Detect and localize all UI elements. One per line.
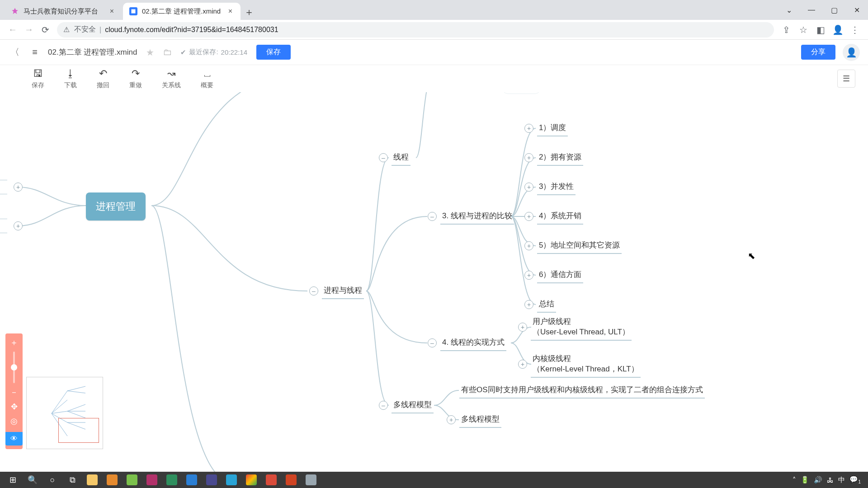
network-icon[interactable]: 🖧 [827,476,834,484]
intellij-icon[interactable] [142,472,162,488]
cortana-icon[interactable]: ○ [42,472,62,488]
expand-icon[interactable]: + [524,271,533,280]
zoom-in-icon[interactable]: ＋ [9,337,19,348]
volume-icon[interactable]: 🔊 [814,476,822,484]
zoom-slider[interactable] [13,352,15,383]
save-button[interactable]: 保存 [256,45,291,60]
node-multimodel-desc[interactable]: 有些OS同时支持用户级线程和内核级线程，实现了二者的组合连接方式 [459,384,705,399]
back-icon[interactable]: 〈 [8,46,22,59]
node-compare-1[interactable]: 1）调度 [537,122,568,136]
expand-icon[interactable]: + [447,415,456,424]
powerpoint-icon[interactable] [281,472,301,488]
tool-download[interactable]: ⭳下载 [64,68,77,89]
node-thread[interactable]: 线程 [392,151,410,166]
mindmap-canvas[interactable]: + + 进程管理 – 进程与线程 – 线程 – 3. 线程与进程的比较 + 1）… [0,92,868,472]
zoom-out-icon[interactable]: － [9,387,19,398]
folder-icon[interactable]: 🗀 [160,46,174,59]
node-compare-4[interactable]: 4）系统开销 [537,210,583,225]
app-icon[interactable] [301,472,321,488]
notifications-icon[interactable]: 💬1 [849,475,861,484]
minimap-toggle-icon[interactable]: 👁 [5,432,23,446]
expand-icon[interactable]: + [518,323,527,332]
node-multimodel-sub[interactable]: 多线程模型 [459,413,501,428]
bookmark-icon[interactable]: ☆ [795,21,812,38]
close-icon[interactable]: × [108,7,116,15]
file-name[interactable]: 02.第二章 进程管理.xmind [48,47,137,57]
avatar-icon[interactable]: 👤 [843,44,860,61]
collapsed-left-node[interactable] [0,180,7,194]
minimap-viewport[interactable] [58,418,99,443]
collapsed-left-node[interactable] [0,219,7,233]
node-impl[interactable]: 4. 线程的实现方式 [440,336,506,351]
node-impl-ult[interactable]: 用户级线程 （User-Level Thread, ULT） [531,315,632,341]
back-icon[interactable]: ← [5,22,21,38]
expand-icon[interactable]: + [524,241,533,250]
star-icon[interactable]: ★ [146,47,154,58]
node-proc-thread[interactable]: 进程与线程 [322,284,364,299]
kebab-icon[interactable]: ⋮ [846,21,863,38]
tray-chevron-icon[interactable]: ˄ [793,476,796,484]
node-compare-3[interactable]: 3）并发性 [537,180,576,195]
vscode-icon[interactable] [182,472,202,488]
app-icon[interactable] [102,472,122,488]
node-multimodel[interactable]: 多线程模型 [392,399,434,413]
zoom-thumb[interactable] [11,364,17,371]
tool-save[interactable]: 🖫保存 [32,68,44,89]
node-compare-7[interactable]: 总结 [537,298,556,313]
collapse-icon[interactable]: – [309,286,318,296]
node-compare-5[interactable]: 5）地址空间和其它资源 [537,239,622,254]
menu-icon[interactable]: ≡ [28,46,42,59]
pycharm-icon[interactable] [162,472,182,488]
browser-tab-1[interactable]: 02.第二章 进程管理.xmind × [123,3,241,20]
tool-summary[interactable]: ⎵概要 [201,68,213,89]
collapse-icon[interactable]: – [379,401,388,410]
forward-icon[interactable]: → [21,22,37,38]
explorer-icon[interactable] [82,472,102,488]
app-icon[interactable] [261,472,281,488]
outline-panel-icon[interactable]: ☰ [837,70,855,88]
share-page-icon[interactable]: ⇪ [778,21,795,38]
node-compare[interactable]: 3. 线程与进程的比较 [440,210,514,225]
new-tab-button[interactable]: ＋ [241,5,257,20]
share-button[interactable]: 分享 [801,45,835,60]
expand-icon[interactable]: + [14,183,23,192]
close-icon[interactable]: × [226,7,234,15]
taskview-icon[interactable]: ⧉ [62,472,82,488]
edge-icon[interactable] [222,472,241,488]
close-window-icon[interactable]: ✕ [845,0,868,20]
battery-icon[interactable]: 🔋 [801,476,809,484]
node-impl-klt[interactable]: 内核级线程 （Kernel-Level Thread，KLT） [531,352,641,378]
expand-icon[interactable]: + [524,153,533,162]
expand-icon[interactable]: + [14,221,23,230]
start-icon[interactable]: ⊞ [3,472,23,488]
collapse-icon[interactable]: – [379,153,388,162]
locate-icon[interactable]: ◎ [9,416,19,427]
expand-icon[interactable]: + [518,360,527,369]
tool-relation[interactable]: ↝关系线 [162,68,181,89]
move-icon[interactable]: ✥ [9,401,19,412]
reload-icon[interactable]: ⟳ [37,22,53,38]
minimap[interactable] [26,377,103,449]
tool-undo[interactable]: ↶撤回 [97,68,109,89]
expand-icon[interactable]: + [524,124,533,133]
url-field[interactable]: ⚠ 不安全 | cloud.fynote.com/edit?nid=37195&… [57,22,774,38]
expand-icon[interactable]: + [524,300,533,309]
node-compare-6[interactable]: 6）通信方面 [537,268,583,283]
eclipse-icon[interactable] [202,472,222,488]
browser-tab-0[interactable]: 马士兵教育知识分享平台 × [5,3,122,20]
chrome-icon[interactable] [241,472,261,488]
expand-icon[interactable]: + [524,212,533,221]
collapse-icon[interactable]: – [428,212,437,221]
tabs-dropdown-icon[interactable]: ⌄ [778,0,800,20]
tool-redo[interactable]: ↷重做 [129,68,142,89]
search-icon[interactable]: 🔍 [23,472,42,488]
app-icon[interactable] [122,472,142,488]
maximize-icon[interactable]: ▢ [823,0,845,20]
minimize-icon[interactable]: ― [800,0,823,20]
profile-icon[interactable]: 👤 [829,21,846,38]
expand-icon[interactable]: + [524,183,533,192]
ime-indicator[interactable]: 中 [838,476,845,484]
node-compare-2[interactable]: 2）拥有资源 [537,151,583,166]
collapse-icon[interactable]: – [428,338,437,347]
node-root[interactable]: 进程管理 [86,192,146,221]
